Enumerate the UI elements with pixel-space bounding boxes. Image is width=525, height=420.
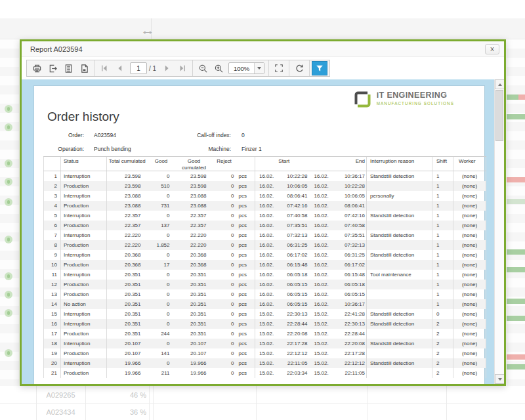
cell-num: 20 xyxy=(44,358,61,368)
last-page-button[interactable] xyxy=(175,61,190,75)
cell-reason: Standstill detection xyxy=(367,358,432,368)
fullscreen-button[interactable] xyxy=(271,61,287,75)
close-button[interactable]: X xyxy=(485,44,499,54)
cell-start_time: 07:32:13 xyxy=(279,230,313,240)
cell-reject: 0 xyxy=(213,299,236,309)
cell-good_cum: 19.966 xyxy=(175,358,213,368)
cell-reject: 0 xyxy=(213,329,236,339)
cell-total: 20.351 xyxy=(107,319,148,329)
cell-shift: 1 xyxy=(432,270,453,280)
cell-unit: pcs xyxy=(236,270,255,280)
cell-num: 10 xyxy=(44,260,61,270)
funnel-icon xyxy=(316,66,323,72)
cell-total: 20.351 xyxy=(107,270,148,280)
scroll-up-button[interactable] xyxy=(495,79,504,89)
cell-unit: pcs xyxy=(236,329,255,339)
cell-start_time: 22:03:34 xyxy=(279,368,313,378)
background-toolbar-band xyxy=(0,18,525,39)
cell-shift: 2 xyxy=(432,319,453,329)
page-number-input[interactable] xyxy=(130,62,147,74)
cell-good_cum: 19.966 xyxy=(175,368,213,378)
arrow-up-icon xyxy=(498,83,502,86)
document-report-button[interactable] xyxy=(60,61,76,75)
status-icon xyxy=(5,291,12,299)
cell-end_date: 16.02. xyxy=(313,280,335,289)
cell-start_date: 15.02. xyxy=(255,348,279,358)
cell-total: 20.107 xyxy=(107,339,148,348)
cell-start_date: 16.02. xyxy=(255,260,279,270)
first-page-button[interactable] xyxy=(96,61,112,75)
cell-good: 244 xyxy=(148,329,175,339)
scroll-down-button[interactable] xyxy=(495,374,504,384)
arrow-down-icon xyxy=(498,378,502,381)
cell-shift: 1 xyxy=(432,299,453,309)
status-icon xyxy=(5,123,12,131)
cell-end_date: 16.02. xyxy=(313,260,335,270)
order-history-table: Status Total cumulated Good Good cumulat… xyxy=(43,156,486,378)
page-setup-button[interactable] xyxy=(76,61,92,75)
cell-reject: 0 xyxy=(213,368,236,378)
table-row: 6Production22.35713722.3570pcs16.02.07:3… xyxy=(44,220,486,230)
cell-reason: Standstill detection xyxy=(367,319,432,329)
cell-worker: (none) xyxy=(453,329,486,339)
toolbar-group-fullscreen xyxy=(269,60,289,76)
cell-start_time: 22:17:28 xyxy=(279,339,313,348)
cell-start_time: 22:11:05 xyxy=(279,358,313,368)
order-number: A023434 xyxy=(36,404,85,420)
zoom-select[interactable]: 100% xyxy=(228,62,264,74)
table-row: 9Interruption20.368020.3680pcs16.02.06:1… xyxy=(44,250,486,260)
zoom-out-button[interactable] xyxy=(195,61,211,75)
print-button[interactable] xyxy=(29,61,45,75)
cell-shift: 2 xyxy=(432,368,453,378)
cell-end_time: 07:40:58 xyxy=(335,220,367,230)
cell-num: 14 xyxy=(44,299,61,309)
cell-end_time: 22:30:13 xyxy=(335,319,367,329)
table-row: 10Production20.3681720.3680pcs16.02.06:1… xyxy=(44,260,486,270)
next-page-button[interactable] xyxy=(159,61,175,75)
table-row: 4Production23.08873123.0880pcs16.02.07:4… xyxy=(44,201,486,211)
header-good: Good xyxy=(148,157,175,171)
filter-button[interactable] xyxy=(312,61,327,75)
cell-num: 13 xyxy=(44,289,61,299)
cell-good_cum: 20.351 xyxy=(175,309,213,319)
previous-page-button[interactable] xyxy=(112,61,128,75)
operation-value: Punch bending xyxy=(94,146,169,152)
cell-end_time: 07:35:51 xyxy=(335,230,367,240)
refresh-button[interactable] xyxy=(291,61,307,75)
cell-good: 510 xyxy=(148,181,175,191)
cell-status: Interruption xyxy=(61,211,107,220)
header-worker: Worker xyxy=(453,157,486,171)
grid-line xyxy=(36,386,37,420)
cell-end_date: 15.02. xyxy=(313,309,335,319)
zoom-dropdown-button[interactable] xyxy=(254,63,264,74)
cell-end_time: 06:31:25 xyxy=(335,250,367,260)
resize-horizontal-icon: ↔ xyxy=(140,22,155,39)
vertical-scrollbar[interactable] xyxy=(494,79,504,384)
cell-reason: Standstill detection xyxy=(367,171,432,182)
cell-status: Production xyxy=(61,201,107,211)
cell-good_cum: 20.107 xyxy=(175,348,213,358)
cell-num: 19 xyxy=(44,348,61,358)
export-button[interactable] xyxy=(45,61,60,75)
scrollbar-thumb[interactable] xyxy=(495,90,503,141)
report-toolbar: / 1 xyxy=(26,60,330,77)
cell-shift: 1 xyxy=(432,211,453,220)
cell-end_date: 16.02. xyxy=(313,171,335,182)
zoom-in-button[interactable] xyxy=(211,61,226,75)
cell-worker: (none) xyxy=(453,171,486,182)
cell-total: 20.368 xyxy=(107,260,148,270)
cell-end_time: 06:15:48 xyxy=(335,270,367,280)
cell-status: Production xyxy=(61,348,107,358)
table-row: 16Interruption20.351020.3510pcs15.02.22:… xyxy=(44,319,486,329)
toolbar-area: / 1 xyxy=(22,57,504,79)
cell-shift: 1 xyxy=(432,230,453,240)
cell-end_date: 16.02. xyxy=(313,220,335,230)
cell-end_time: 22:12:12 xyxy=(335,358,367,368)
cell-total: 20.351 xyxy=(107,289,148,299)
cell-total: 23.088 xyxy=(107,191,148,201)
cell-end_time: 22:17:28 xyxy=(335,348,367,358)
cell-good_cum: 22.357 xyxy=(175,211,213,220)
cell-start_time: 06:31:25 xyxy=(279,240,313,250)
header-end: End xyxy=(313,157,367,171)
cell-unit: pcs xyxy=(236,339,255,348)
